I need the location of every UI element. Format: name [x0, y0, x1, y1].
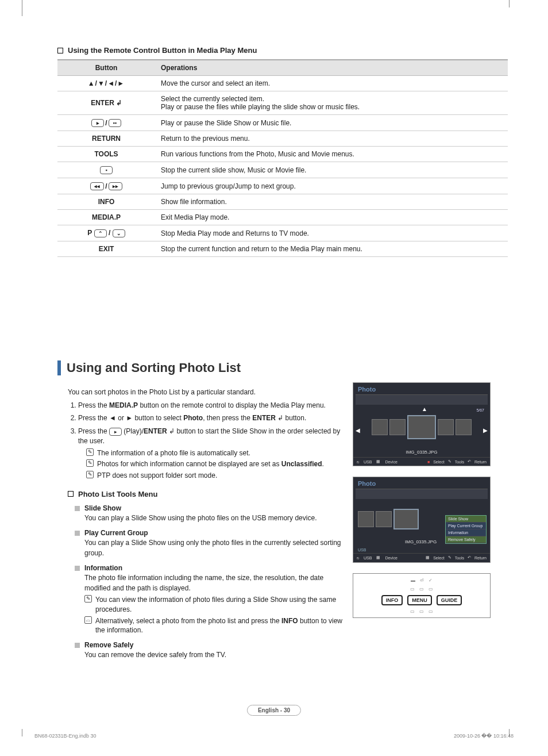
note-icon: ✎: [86, 471, 94, 478]
note: ✎You can view the information of photo f…: [84, 595, 345, 615]
btn-cell: EXIT: [57, 241, 155, 257]
bullet-icon: [75, 566, 80, 571]
step-3: Press the ▸ (Play)/ENTER ↲ button to sta…: [78, 427, 345, 481]
filename: IMG_0335.JPG: [353, 450, 490, 457]
usb-icon: ⎋: [357, 460, 359, 464]
thumbnail-selected: [393, 509, 419, 529]
thumbnail: [456, 419, 472, 435]
bullet-icon: [75, 643, 80, 648]
btn-cell: INFO: [57, 194, 155, 210]
thumbnail: [358, 511, 374, 527]
play-icon: ▸: [109, 428, 122, 436]
ctx-item: Information: [446, 529, 486, 536]
op-cell: Stop the current slide show, Music or Mo…: [155, 162, 508, 178]
op-cell: Select the currently selected item. Play…: [155, 91, 508, 115]
menu-button: MENU: [407, 595, 432, 605]
left-arrow-icon: ◀: [356, 427, 360, 433]
bullet-square-icon: [57, 48, 63, 53]
counter: 5/67: [476, 408, 484, 412]
remote-key-icon: ▭: [429, 609, 433, 614]
btn-cell: P ⌃ / ⌄: [57, 225, 155, 241]
table-row: RETURNReturn to the previous menu.: [57, 131, 508, 147]
note: ✎PTP does not support folder sort mode.: [86, 471, 345, 481]
btn-cell: RETURN: [57, 131, 155, 147]
enter-icon: ↲: [116, 99, 122, 107]
bullet-square-icon: [68, 491, 74, 497]
item-body: You can play a Slide Show using the phot…: [84, 513, 343, 523]
table-row: P ⌃ / ⌄Stop Media Play mode and Returns …: [57, 225, 508, 241]
thumbnail: [389, 419, 406, 435]
bullet-icon: [75, 531, 80, 536]
note-icon: ✎: [86, 459, 94, 467]
op-cell: Stop the current function and return to …: [155, 241, 508, 257]
note-icon: ✎: [86, 448, 94, 456]
bullet-icon: [75, 506, 80, 511]
play-icon: ▸: [91, 119, 104, 127]
info-button: INFO: [381, 595, 403, 605]
device-icon: ▦: [376, 459, 380, 464]
op-cell: Play or pause the Slide Show or Music fi…: [155, 115, 508, 131]
remote-key-icon: ✓: [429, 578, 433, 583]
thumbnail: [438, 419, 454, 435]
device-icon: ▦: [376, 555, 380, 560]
print-footer: BN68-02331B-Eng.indb 30 2009-10-26 �� 10…: [34, 733, 514, 739]
mock-title: Photo: [353, 477, 490, 489]
guide-button: GUIDE: [437, 595, 462, 605]
steps-list: Press the MEDIA.P button on the remote c…: [78, 401, 345, 481]
right-arrow-icon: ▶: [483, 427, 488, 433]
op-cell: Stop Media Play mode and Returns to TV m…: [155, 225, 508, 241]
table-row: MEDIA.PExit Media Play mode.: [57, 210, 508, 225]
ctx-item: Remove Safely: [446, 536, 486, 543]
item-play-current-group: Play Current Group: [75, 529, 345, 537]
item-body: You can play a Slide Show using only the…: [84, 538, 343, 558]
table-row: ENTER↲Select the currently selected item…: [57, 91, 508, 115]
remote-key-icon: ▬: [411, 578, 415, 583]
step-1: Press the MEDIA.P button on the remote c…: [78, 401, 345, 410]
button-operations-table: Button Operations ▲/▼/◄/►Move the cursor…: [57, 59, 508, 257]
page-down-icon: ⌄: [113, 229, 125, 237]
thumbnail-selected: [407, 415, 436, 439]
screenshot-tools-menu: Photo Slide Show Play Current Group Info…: [353, 477, 491, 563]
table-row: ◂◂ / ▸▸Jump to previous group/Jump to ne…: [57, 178, 508, 194]
table-row: TOOLSRun various functions from the Phot…: [57, 147, 508, 162]
rewind-icon: ◂◂: [90, 182, 104, 190]
ctx-item: Slide Show: [446, 516, 486, 523]
op-cell: Run various functions from the Photo, Mu…: [155, 147, 508, 162]
btn-cell: ENTER↲: [57, 91, 155, 115]
remote-key-icon: ▭: [429, 586, 433, 592]
remote-icon: ⌓: [84, 616, 92, 624]
context-menu: Slide Show Play Current Group Informatio…: [445, 515, 487, 544]
pause-icon: ▪▪: [109, 119, 121, 127]
remote-key-icon: ▭: [419, 586, 424, 592]
table-row: ▪Stop the current slide show, Music or M…: [57, 162, 508, 178]
page-up-icon: ⌃: [94, 229, 107, 237]
table-row: ▸ / ▪▪Play or pause the Slide Show or Mu…: [57, 115, 508, 131]
note-icon: ✎: [84, 595, 92, 603]
op-cell: Exit Media Play mode.: [155, 210, 508, 225]
item-body: You can remove the device safely from th…: [84, 650, 343, 660]
enter-icon: ↲: [276, 414, 283, 422]
btn-cell: TOOLS: [57, 147, 155, 162]
intro-text: You can sort photos in the Photo List by…: [68, 388, 345, 396]
print-date: 2009-10-26 �� 10:16:48: [454, 733, 514, 739]
table-row: INFOShow file information.: [57, 194, 508, 210]
thumbnail: [376, 511, 392, 527]
page-title: Using and Sorting Photo List: [57, 360, 508, 375]
op-cell: Show file information.: [155, 194, 508, 210]
tools-menu-heading: Photo List Tools Menu: [68, 490, 345, 498]
section-heading: Using the Remote Control Button in Media…: [57, 46, 508, 55]
remote-key-icon: ▭: [410, 586, 415, 592]
item-information: Information: [75, 564, 345, 572]
table-row: ▲/▼/◄/►Move the cursor and select an ite…: [57, 76, 508, 91]
section-title: Using the Remote Control Button in Media…: [68, 46, 257, 55]
note: ✎The information of a photo file is auto…: [86, 448, 345, 458]
ffwd-icon: ▸▸: [109, 182, 122, 190]
item-remove-safely: Remove Safely: [75, 641, 345, 649]
note: ✎Photos for which information cannot be …: [86, 459, 345, 469]
print-ref: BN68-02331B-Eng.indb 30: [34, 733, 97, 739]
th-operations: Operations: [155, 60, 508, 76]
screenshot-photo-list: Photo ▲ ◀ ▶ 5/67 IMG_0335.JPG ⎋USB▦Devic…: [353, 382, 491, 466]
up-arrow-icon: ▲: [422, 406, 427, 412]
ctx-item: Play Current Group: [446, 523, 486, 529]
op-cell: Move the cursor and select an item.: [155, 76, 508, 91]
